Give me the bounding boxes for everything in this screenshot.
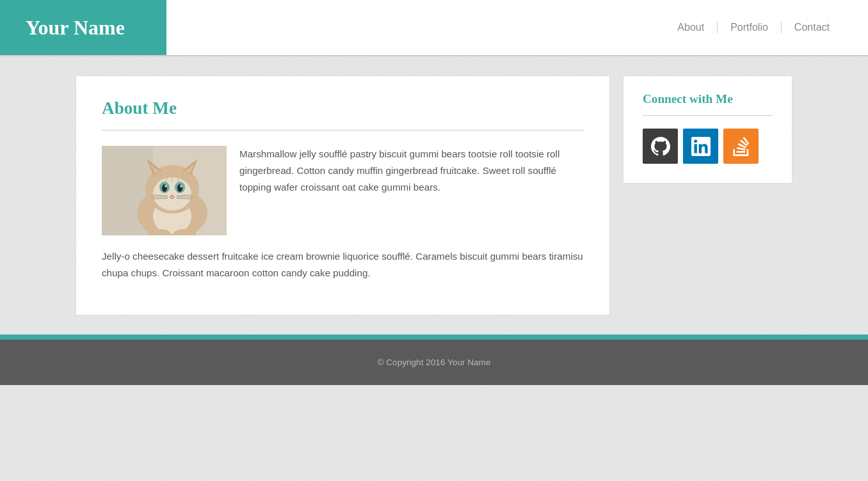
sidebar-card: Connect with Me bbox=[623, 75, 792, 184]
about-content-row: Marshmallow jelly soufflé pastry biscuit… bbox=[102, 146, 584, 235]
sidebar-divider bbox=[643, 115, 773, 116]
linkedin-icon bbox=[691, 137, 711, 156]
nav-about[interactable]: About bbox=[664, 22, 718, 33]
stackoverflow-button[interactable] bbox=[723, 129, 759, 164]
social-icons-row bbox=[643, 129, 773, 164]
github-icon bbox=[651, 137, 670, 156]
nav-contact[interactable]: Contact bbox=[782, 22, 842, 33]
content-area: About Me bbox=[50, 56, 818, 335]
stackoverflow-icon bbox=[732, 137, 751, 156]
linkedin-button[interactable] bbox=[683, 129, 718, 164]
about-title: About Me bbox=[102, 99, 584, 118]
about-paragraph-1: Marshmallow jelly soufflé pastry biscuit… bbox=[239, 146, 584, 235]
logo-block[interactable]: Your Name bbox=[0, 0, 166, 55]
site-footer: © Copyright 2016 Your Name bbox=[0, 340, 868, 385]
site-header: Your Name About Portfolio Contact bbox=[0, 0, 868, 56]
nav-portfolio[interactable]: Portfolio bbox=[718, 22, 782, 33]
main-nav: About Portfolio Contact bbox=[166, 0, 868, 55]
about-paragraph-2: Jelly-o cheesecake dessert fruitcake ice… bbox=[102, 248, 584, 281]
about-divider bbox=[102, 130, 584, 130]
svg-point-14 bbox=[165, 185, 167, 187]
site-title: Your Name bbox=[26, 16, 125, 40]
copyright-text: © Copyright 2016 Your Name bbox=[18, 358, 850, 367]
github-button[interactable] bbox=[643, 129, 678, 164]
about-card: About Me bbox=[76, 75, 610, 315]
svg-point-15 bbox=[180, 185, 182, 187]
connect-title: Connect with Me bbox=[643, 92, 773, 106]
footer-teal-bar bbox=[0, 335, 868, 340]
cat-image bbox=[102, 146, 227, 235]
